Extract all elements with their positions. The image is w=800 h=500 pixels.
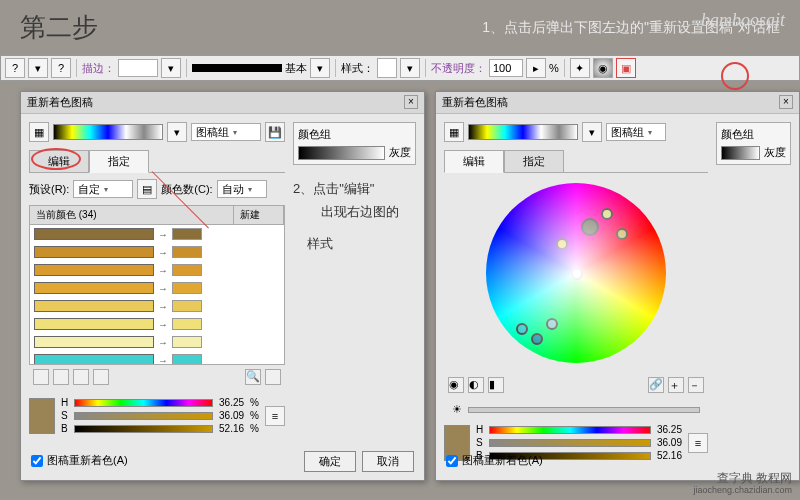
hsb-swatch [29, 398, 55, 434]
recolor-checkbox[interactable]: 图稿重新着色(A) [31, 453, 128, 468]
color-mode-icon[interactable]: ≡ [688, 433, 708, 453]
artgroup-select[interactable]: 图稿组 [191, 123, 261, 141]
cancel-button[interactable]: 取消 [362, 451, 414, 472]
dialog-title: 重新着色图稿 × [436, 92, 799, 114]
s-value: 36.09 [219, 410, 244, 421]
wheel-handle-base[interactable] [581, 218, 599, 236]
h-slider[interactable] [74, 399, 213, 407]
gray-swatch[interactable] [298, 146, 385, 160]
recolor-dialog-edit: 重新着色图稿 × ▦ ▾ 图稿组 编辑 指定 [435, 91, 800, 481]
col-new: 新建 [234, 206, 284, 224]
separate-icon[interactable] [53, 369, 69, 385]
color-wheel[interactable] [486, 183, 666, 363]
preset-select[interactable]: 自定 [73, 180, 133, 198]
wheel-center[interactable] [571, 268, 583, 280]
h-slider[interactable] [489, 426, 651, 434]
add-icon[interactable]: ＋ [668, 377, 684, 393]
close-icon[interactable]: × [404, 95, 418, 109]
s-slider[interactable] [489, 439, 651, 447]
recolor-icon[interactable]: ◉ [593, 58, 613, 78]
wheel-handle[interactable] [616, 228, 628, 240]
save-group-icon[interactable]: 💾 [265, 122, 285, 142]
style-swatch[interactable] [377, 58, 397, 78]
art-preview-icon[interactable]: ▦ [29, 122, 49, 142]
dropdown-button[interactable]: ▾ [28, 58, 48, 78]
stroke-label: 描边： [82, 61, 115, 76]
brightness-icon: ☀ [452, 403, 462, 416]
h-value: 36.25 [219, 397, 244, 408]
swatch-row[interactable]: → [30, 261, 284, 279]
style-label: 样式： [341, 61, 374, 76]
wheel-smooth-icon[interactable]: ◉ [448, 377, 464, 393]
wheel-handle[interactable] [556, 238, 568, 250]
newrow-icon[interactable] [93, 369, 109, 385]
b-slider[interactable] [74, 425, 213, 433]
swatch-row[interactable]: → [30, 243, 284, 261]
dialog-title: 重新着色图稿 × [21, 92, 424, 114]
opacity-stepper[interactable]: ▸ [526, 58, 546, 78]
gray-swatch[interactable] [721, 146, 760, 160]
brightness-slider[interactable] [468, 407, 700, 413]
wheel-handle[interactable] [601, 208, 613, 220]
preset-options-icon[interactable]: ▤ [137, 179, 157, 199]
tool-icon-1[interactable]: ✦ [570, 58, 590, 78]
brush-label: 基本 [285, 61, 307, 76]
recolor-dialog-assign: 重新着色图稿 × ▦ ▾ 图稿组 💾 编辑 指定 预设(R): [20, 91, 425, 481]
colors-select[interactable]: 自动 [217, 180, 267, 198]
opacity-unit: % [549, 62, 559, 74]
swatch-icon[interactable] [265, 369, 281, 385]
wheel-handle[interactable] [546, 318, 558, 330]
close-icon[interactable]: × [779, 95, 793, 109]
help-button[interactable]: ? [5, 58, 25, 78]
tab-assign[interactable]: 指定 [89, 150, 149, 173]
tab-assign[interactable]: 指定 [504, 150, 564, 173]
b-value: 52.16 [219, 423, 244, 434]
opacity-label: 不透明度： [431, 61, 486, 76]
art-preview-icon[interactable]: ▦ [444, 122, 464, 142]
b-label: B [61, 423, 68, 434]
s-slider[interactable] [74, 412, 213, 420]
recolor-checkbox[interactable]: 图稿重新着色(A) [446, 453, 543, 468]
style-dropdown[interactable]: ▾ [400, 58, 420, 78]
brush-preview [192, 64, 282, 72]
preset-label: 预设(R): [29, 182, 69, 197]
swatch-list[interactable]: 当前颜色 (34) 新建 →→→→→→→→ [29, 205, 285, 365]
swatch-row[interactable]: → [30, 225, 284, 243]
ok-button[interactable]: 确定 [304, 451, 356, 472]
exclude-icon[interactable] [73, 369, 89, 385]
instruction-2: 2、点击"编辑" 出现右边图的 样式 [293, 177, 416, 255]
swatch-row[interactable]: → [30, 279, 284, 297]
brand-logo: bamboosait [701, 10, 785, 31]
artgroup-select[interactable]: 图稿组 [606, 123, 666, 141]
color-mode-icon[interactable]: ≡ [265, 406, 285, 426]
help-button-2[interactable]: ? [51, 58, 71, 78]
options-toolbar: ? ▾ ? 描边： ▾ 基本 ▾ 样式： ▾ 不透明度： ▸ % ✦ ◉ ▣ [0, 55, 800, 81]
wheel-segmented-icon[interactable]: ◐ [468, 377, 484, 393]
merge-icon[interactable] [33, 369, 49, 385]
gradient-preview [468, 124, 578, 140]
stroke-dropdown[interactable]: ▾ [161, 58, 181, 78]
find-icon[interactable]: 🔍 [245, 369, 261, 385]
tool-icon-3[interactable]: ▣ [616, 58, 636, 78]
gray-label: 灰度 [764, 145, 786, 160]
remove-icon[interactable]: － [688, 377, 704, 393]
wheel-handle[interactable] [516, 323, 528, 335]
grad-menu-icon[interactable]: ▾ [167, 122, 187, 142]
watermark: 查字典 教程网 jiaocheng.chazidian.com [693, 471, 792, 496]
swatch-row[interactable]: → [30, 297, 284, 315]
swatch-row[interactable]: → [30, 315, 284, 333]
stroke-input[interactable] [118, 59, 158, 77]
gray-label: 灰度 [389, 145, 411, 160]
grad-menu-icon[interactable]: ▾ [582, 122, 602, 142]
tab-edit[interactable]: 编辑 [444, 150, 504, 173]
swatch-row[interactable]: → [30, 351, 284, 365]
swatch-row[interactable]: → [30, 333, 284, 351]
gradient-preview [53, 124, 163, 140]
bars-icon[interactable]: ▮ [488, 377, 504, 393]
brush-dropdown[interactable]: ▾ [310, 58, 330, 78]
tab-edit[interactable]: 编辑 [29, 150, 89, 173]
step-title: 第二步 [20, 10, 98, 45]
opacity-input[interactable] [489, 59, 523, 77]
wheel-handle[interactable] [531, 333, 543, 345]
link-icon[interactable]: 🔗 [648, 377, 664, 393]
